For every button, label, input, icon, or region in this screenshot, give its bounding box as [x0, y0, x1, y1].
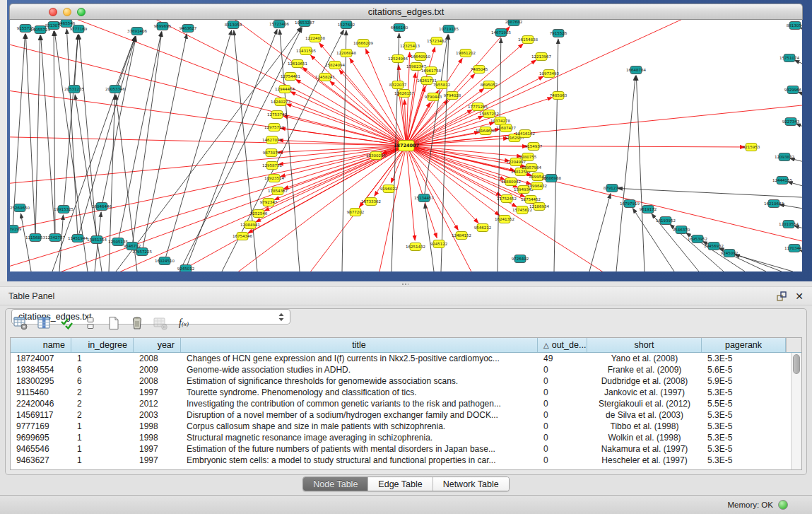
cell-out_degree[interactable]: 0 [538, 443, 587, 455]
graph-node[interactable]: 15745622 [512, 206, 532, 214]
graph-node[interactable]: 12204997 [506, 158, 526, 166]
cell-title[interactable]: Estimation of the future numbers of pati… [181, 443, 538, 455]
show-column-icon[interactable] [35, 314, 53, 332]
zoom-window-icon[interactable] [77, 8, 86, 16]
cell-year[interactable]: 2012 [134, 398, 181, 409]
graph-node[interactable]: 12093832 [775, 153, 794, 161]
graph-node[interactable]: 20053346 [105, 86, 125, 93]
cell-short[interactable]: Franke et al. (2009) [587, 364, 702, 375]
cell-year[interactable]: 2008 [134, 353, 181, 364]
column-header-out_degree[interactable]: △out_de... [538, 338, 587, 352]
cell-short[interactable]: Nakamura et al. (1997) [587, 443, 702, 455]
table-row[interactable]: 911546021997Tourette syndrome. Phenomeno… [11, 387, 801, 398]
cell-pagerank[interactable]: 5.5E-5 [702, 398, 786, 409]
graph-node[interactable]: 12224038 [305, 35, 325, 42]
graph-node[interactable]: 9339199 [10, 226, 22, 233]
graph-node[interactable]: 15723482 [427, 37, 447, 45]
graph-node[interactable]: 16251432 [406, 243, 425, 251]
cell-pagerank[interactable]: 5.9E-5 [702, 375, 786, 387]
graph-node[interactable]: 9873079 [263, 149, 281, 157]
graph-node[interactable]: 9699695 [154, 23, 172, 30]
tab-edge-table[interactable]: Edge Table [368, 477, 433, 491]
graph-node[interactable]: 9790443 [425, 93, 442, 101]
graph-node[interactable]: 12213967 [531, 53, 551, 61]
graph-node[interactable]: 15723406 [269, 21, 289, 28]
cell-out_degree[interactable]: 0 [538, 364, 587, 375]
cell-title[interactable]: Structural magnetic resonance image aver… [181, 432, 538, 443]
graph-node[interactable]: 12484152 [452, 232, 471, 240]
graph-node[interactable]: 12342757 [45, 234, 65, 242]
graph-node[interactable]: 7485063 [550, 92, 567, 100]
graph-node[interactable]: 9877202 [347, 209, 365, 216]
cell-short[interactable]: Stergiakouli et al. (2012) [587, 398, 702, 409]
column-header-name[interactable]: name [11, 338, 71, 352]
graph-node[interactable]: 16733362 [361, 198, 381, 206]
graph-node[interactable]: 16210643 [764, 200, 784, 208]
cell-name[interactable]: 9463627 [11, 455, 71, 466]
graph-node[interactable]: 12753742 [267, 111, 287, 119]
tab-network-table[interactable]: Network Table [433, 477, 509, 491]
graph-node[interactable]: 25260650 [10, 204, 30, 212]
graph-node[interactable]: 37691406 [127, 28, 147, 35]
cell-year[interactable]: 1997 [134, 387, 181, 398]
graph-node[interactable]: 10666209 [353, 40, 373, 47]
network-canvas[interactable]: 1872400712224038114315051261065112754461… [10, 20, 802, 271]
cell-pagerank[interactable]: 5.6E-5 [702, 364, 786, 375]
cell-pagerank[interactable]: 5.3E-5 [702, 387, 786, 398]
cell-title[interactable]: Changes of HCN gene expression and I(f) … [181, 353, 538, 364]
graph-node[interactable]: 19861202 [456, 49, 476, 57]
graph-node[interactable]: 9196022 [380, 185, 398, 193]
graph-node[interactable]: 17854367 [268, 187, 288, 195]
cell-year[interactable]: 2003 [134, 409, 181, 421]
graph-node[interactable]: 9792347 [260, 199, 278, 206]
cell-out_degree[interactable]: 49 [538, 353, 587, 364]
function-builder-icon[interactable]: f(x) [175, 314, 193, 332]
graph-node[interactable]: 9546370 [673, 226, 690, 234]
graph-node[interactable]: 2087682 [505, 20, 523, 26]
graph-node[interactable]: 12325413 [400, 42, 420, 50]
cell-out_degree[interactable]: 0 [538, 455, 587, 466]
panel-divider[interactable] [0, 281, 812, 287]
graph-node[interactable]: 12084941 [240, 221, 260, 229]
close-panel-icon[interactable]: ✕ [795, 291, 804, 302]
cell-name[interactable]: 19384554 [11, 364, 71, 375]
graph-node[interactable]: 19915325 [54, 206, 73, 214]
cell-out_degree[interactable]: 0 [538, 421, 587, 432]
cell-short[interactable]: Dudbridge et al. (2008) [587, 375, 702, 387]
graph-node[interactable]: 15751074 [779, 54, 799, 62]
table-row[interactable]: 969969511998Structural magnetic resonanc… [11, 432, 801, 443]
cell-title[interactable]: Genome-wide association studies in ADHD. [181, 364, 538, 375]
cell-name[interactable]: 9115460 [11, 387, 71, 398]
graph-node[interactable]: 9245012 [177, 265, 195, 272]
graph-node[interactable]: 16953952 [688, 235, 707, 243]
new-column-icon[interactable] [105, 314, 123, 332]
cell-year[interactable]: 2009 [134, 364, 181, 375]
cell-out_degree[interactable]: 0 [538, 387, 587, 398]
cell-name[interactable]: 14569117 [11, 409, 71, 421]
table-row[interactable]: 977716911998Corpus callosum shape and si… [11, 421, 801, 432]
cell-in_degree[interactable]: 1 [71, 455, 134, 466]
cell-in_degree[interactable]: 6 [71, 364, 134, 375]
table-row[interactable]: 2242004622012Investigating the contribut… [11, 398, 801, 409]
graph-node[interactable]: 11607427 [496, 124, 516, 132]
network-window-titlebar[interactable]: citations_edges.txt [9, 4, 803, 20]
graph-node[interactable]: 9154937 [525, 143, 543, 151]
graph-node[interactable]: 16154838 [518, 36, 538, 44]
cell-out_degree[interactable]: 0 [538, 409, 587, 421]
graph-node[interactable]: 16648784 [626, 66, 646, 74]
deselect-all-icon[interactable] [81, 314, 100, 332]
graph-node[interactable]: 10374278 [490, 117, 510, 125]
column-header-pagerank[interactable]: pagerank [702, 338, 786, 352]
cell-name[interactable]: 18300295 [11, 375, 71, 387]
cell-short[interactable]: Yano et al. (2008) [587, 353, 702, 364]
graph-node[interactable]: 12458241 [315, 74, 335, 81]
column-header-year[interactable]: year [134, 338, 181, 352]
graph-node[interactable]: 7485045 [471, 66, 488, 74]
cell-title[interactable]: Disruption of a novel member of a sodium… [181, 409, 538, 421]
select-all-icon[interactable] [58, 314, 76, 332]
graph-node[interactable]: 8215953 [743, 144, 760, 151]
graph-node[interactable]: 12524946 [388, 55, 408, 63]
column-header-title[interactable]: title [181, 338, 538, 352]
cell-pagerank[interactable]: 5.3E-5 [702, 443, 786, 455]
table-row[interactable]: 1830029562008Estimation of significance … [11, 375, 801, 387]
